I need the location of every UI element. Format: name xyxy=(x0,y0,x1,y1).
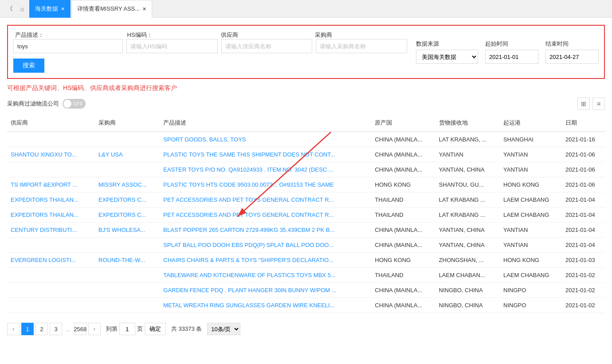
search-button[interactable]: 搜索 xyxy=(13,59,44,73)
tab-customs-close[interactable]: ✕ xyxy=(61,6,65,12)
link[interactable]: EASTER TOYS P/O NO. QA91024933 . ITEM NO… xyxy=(163,166,333,173)
buyer-input-group xyxy=(316,39,407,53)
filter-left: 采购商过滤物流公司 OFF xyxy=(7,99,86,109)
link[interactable]: METAL WREATH RING SUNGLASSES GARDEN WIRE… xyxy=(163,302,334,309)
page-last-button[interactable]: 2568 xyxy=(74,323,86,335)
link[interactable]: GARDEN FENCE PDQ . PLANT HANGER 30IN BUN… xyxy=(163,287,336,294)
link[interactable]: CENTURY DISTRIBUTI... xyxy=(11,227,77,233)
prev-page-button[interactable]: ‹ xyxy=(7,323,20,335)
cell-product[interactable]: PET ACCESSORIES AND PET TOYS GENERAL CON… xyxy=(160,207,371,223)
link[interactable]: PET ACCESSORIES AND PET TOYS GENERAL CON… xyxy=(163,211,333,218)
cell-product[interactable]: SPORT GOODS, BALLS, TOYS xyxy=(160,132,371,147)
cell-product[interactable]: EASTER TOYS P/O NO. QA91024933 . ITEM NO… xyxy=(160,162,371,177)
table-row: EVERGREEN LOGISTI...ROUND-THE-W...CHAIRS… xyxy=(7,253,605,268)
cell-date: 2021-01-16 xyxy=(562,132,605,147)
hs-input-group xyxy=(126,39,218,53)
cell-dest: LAEM CHABAN... xyxy=(435,268,500,283)
start-label: 起始时间 xyxy=(485,40,538,48)
link[interactable]: SHANTOU XINGXU TO... xyxy=(11,151,77,158)
cell-supplier[interactable]: EXPEDITORS THAILAN... xyxy=(7,207,95,223)
cell-product[interactable]: METAL WREATH RING SUNGLASSES GARDEN WIRE… xyxy=(160,298,371,313)
page-goto: 到第 页 确定 xyxy=(106,323,166,335)
list-view-button[interactable]: ≡ xyxy=(592,98,605,110)
col-buyer: 采购商 xyxy=(95,114,160,132)
link[interactable]: TABLEWARE AND KITCHENWARE OF PLASTICS TO… xyxy=(163,272,335,278)
cell-product[interactable]: PLASTIC TOYS THE SAME THIS SHIPMENT DOES… xyxy=(160,147,371,162)
data-table: 供应商 采购商 产品描述 原产国 货物接收地 起运港 日期 SPORT GOOD… xyxy=(7,114,605,313)
hs-input[interactable] xyxy=(126,39,218,53)
link[interactable]: EXPEDITORS C... xyxy=(98,211,146,218)
link[interactable]: TS IMPORT &EXPORT ... xyxy=(11,181,77,188)
cell-buyer xyxy=(95,298,160,313)
page-2-button[interactable]: 2 xyxy=(35,323,48,335)
link[interactable]: MISSRY ASSOC... xyxy=(98,181,147,188)
product-input[interactable] xyxy=(13,39,123,53)
link[interactable]: BLAST POPPER 265 CARTON 2729.499KG 35.43… xyxy=(163,227,334,233)
cell-supplier xyxy=(7,238,95,253)
cell-product[interactable]: PET ACCESSORIES AND PET TOYS GENERAL CON… xyxy=(160,192,371,207)
table-wrapper: 供应商 采购商 产品描述 原产国 货物接收地 起运港 日期 SPORT GOOD… xyxy=(7,114,605,313)
goto-confirm-button[interactable]: 确定 xyxy=(145,323,166,335)
cell-supplier[interactable]: TS IMPORT &EXPORT ... xyxy=(7,177,95,192)
end-date-group: 结束时间 xyxy=(545,40,599,64)
tab-customs[interactable]: 海关数据 ✕ xyxy=(29,0,71,18)
link[interactable]: PLASTIC TOYS THE SAME THIS SHIPMENT DOES… xyxy=(163,151,335,158)
cell-supplier xyxy=(7,132,95,147)
logistics-toggle[interactable]: OFF xyxy=(63,99,86,109)
datasource-select[interactable]: 美国海关数据 xyxy=(416,50,478,64)
home-button[interactable]: ⌂ xyxy=(16,3,28,15)
search-form-top: 产品描述： HS编码： 供应商 采购商 xyxy=(13,31,599,73)
page-size-select[interactable]: 10条/页 xyxy=(207,323,240,335)
end-date-input[interactable] xyxy=(545,50,599,64)
cell-buyer[interactable]: L&Y USA xyxy=(95,147,160,162)
link[interactable]: EXPEDITORS C... xyxy=(98,196,146,203)
cell-supplier[interactable]: EXPEDITORS THAILAN... xyxy=(7,192,95,207)
cell-buyer[interactable]: EXPEDITORS C... xyxy=(95,207,160,223)
link[interactable]: EXPEDITORS THAILAN... xyxy=(11,196,78,203)
cell-product[interactable]: GARDEN FENCE PDQ . PLANT HANGER 30IN BUN… xyxy=(160,283,371,298)
link[interactable]: BJ'S WHOLESA... xyxy=(98,227,145,233)
link[interactable]: SPLAT BALL POO DOOH EBS PDQ(P) SPLAT BAL… xyxy=(163,242,333,248)
cell-buyer xyxy=(95,238,160,253)
start-date-input[interactable] xyxy=(485,50,538,64)
col-supplier: 供应商 xyxy=(7,114,95,132)
link[interactable]: SPORT GOODS, BALLS, TOYS xyxy=(163,136,246,143)
grid-view-button[interactable]: ⊞ xyxy=(577,98,590,110)
cell-product[interactable]: TABLEWARE AND KITCHENWARE OF PLASTICS TO… xyxy=(160,268,371,283)
cell-date: 2021-01-04 xyxy=(562,223,605,238)
goto-unit: 页 xyxy=(137,325,143,333)
link[interactable]: EXPEDITORS THAILAN... xyxy=(11,211,78,218)
cell-supplier[interactable]: SHANTOU XINGXU TO... xyxy=(7,147,95,162)
table-row: EXPEDITORS THAILAN...EXPEDITORS C...PET … xyxy=(7,207,605,223)
cell-buyer[interactable]: ROUND-THE-W... xyxy=(95,253,160,268)
supplier-input[interactable] xyxy=(221,39,313,53)
cell-supplier[interactable]: EVERGREEN LOGISTI... xyxy=(7,253,95,268)
link[interactable]: PLASTIC TOYS HTS CODE 9503.00.0073... O#… xyxy=(163,181,333,188)
page-1-button[interactable]: 1 xyxy=(21,323,34,335)
cell-supplier[interactable]: CENTURY DISTRIBUTI... xyxy=(7,223,95,238)
goto-input[interactable] xyxy=(119,323,135,335)
cell-port: SHANGHAI xyxy=(500,132,562,147)
cell-origin: HONG KONG xyxy=(371,177,435,192)
link[interactable]: L&Y USA xyxy=(98,151,123,158)
product-label: 产品描述： xyxy=(13,31,126,39)
cell-product[interactable]: PLASTIC TOYS HTS CODE 9503.00.0073... O#… xyxy=(160,177,371,192)
cell-product[interactable]: CHAIRS CHAIRS & PARTS & TOYS "SHIPPER'S … xyxy=(160,253,371,268)
table-row: SPLAT BALL POO DOOH EBS PDQ(P) SPLAT BAL… xyxy=(7,238,605,253)
next-page-button[interactable]: › xyxy=(88,323,101,335)
cell-buyer[interactable]: BJ'S WHOLESA... xyxy=(95,223,160,238)
cell-product[interactable]: BLAST POPPER 265 CARTON 2729.499KG 35.43… xyxy=(160,223,371,238)
page-3-button[interactable]: 3 xyxy=(50,323,62,335)
back-button[interactable]: 《 xyxy=(4,3,16,15)
cell-dest: YANTIAN, CHINA xyxy=(435,223,500,238)
tab-detail[interactable]: 详情查看MISSRY ASS... ✕ xyxy=(71,0,152,18)
tab-detail-close[interactable]: ✕ xyxy=(142,6,146,12)
cell-buyer[interactable]: MISSRY ASSOC... xyxy=(95,177,160,192)
cell-product[interactable]: SPLAT BALL POO DOOH EBS PDQ(P) SPLAT BAL… xyxy=(160,238,371,253)
link[interactable]: CHAIRS CHAIRS & PARTS & TOYS "SHIPPER'S … xyxy=(163,257,333,263)
link[interactable]: EVERGREEN LOGISTI... xyxy=(11,257,76,263)
buyer-input[interactable] xyxy=(316,39,407,53)
cell-buyer[interactable]: EXPEDITORS C... xyxy=(95,192,160,207)
link[interactable]: PET ACCESSORIES AND PET TOYS GENERAL CON… xyxy=(163,196,333,203)
link[interactable]: ROUND-THE-W... xyxy=(98,257,145,263)
